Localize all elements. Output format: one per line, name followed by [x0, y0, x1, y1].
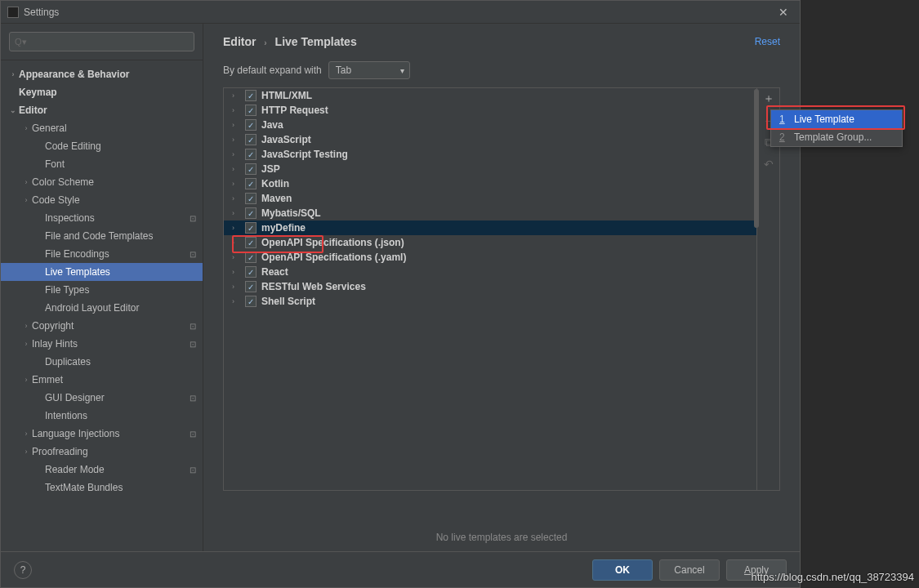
- sidebar-item-editor[interactable]: ⌄Editor: [1, 101, 203, 119]
- chevron-right-icon: ›: [264, 38, 266, 47]
- chevron-icon: ›: [20, 448, 32, 456]
- undo-icon[interactable]: ↶: [764, 158, 774, 171]
- sidebar-item-emmet[interactable]: ›Emmet: [1, 371, 203, 389]
- chevron-icon: ›: [20, 340, 32, 348]
- sidebar-item-color-scheme[interactable]: ›Color Scheme: [1, 173, 203, 191]
- checkbox[interactable]: ✓: [245, 207, 257, 219]
- checkbox[interactable]: ✓: [245, 90, 257, 101]
- chevron-right-icon: ›: [232, 106, 240, 114]
- chevron-right-icon: ›: [232, 268, 240, 276]
- chevron-right-icon: ›: [232, 297, 240, 305]
- template-group-kotlin[interactable]: ›✓Kotlin: [224, 176, 756, 191]
- sidebar-item-intentions[interactable]: Intentions: [1, 407, 203, 425]
- main-panel: Editor › Live Templates Reset By default…: [203, 24, 800, 551]
- sidebar-item-proofreading[interactable]: ›Proofreading: [1, 443, 203, 461]
- checkbox[interactable]: ✓: [245, 252, 257, 263]
- chevron-icon: ›: [20, 322, 32, 330]
- sidebar-item-language-injections[interactable]: ›Language Injections⊡: [1, 425, 203, 443]
- sidebar-item-duplicates[interactable]: Duplicates: [1, 353, 203, 371]
- context-item-template-group-[interactable]: 2Template Group...: [771, 128, 902, 146]
- expand-label: By default expand with: [223, 65, 322, 76]
- chevron-icon: ⌄: [7, 106, 19, 114]
- scrollbar-thumb[interactable]: [754, 89, 759, 228]
- checkbox[interactable]: ✓: [245, 237, 257, 248]
- template-list[interactable]: ›✓HTML/XML›✓HTTP Request›✓Java›✓JavaScri…: [224, 88, 756, 490]
- chevron-right-icon: ›: [232, 150, 240, 158]
- cancel-button[interactable]: Cancel: [659, 559, 720, 581]
- template-group-openapi-specifications-json-[interactable]: ›✓OpenAPI Specifications (.json): [224, 235, 756, 250]
- template-group-shell-script[interactable]: ›✓Shell Script: [224, 294, 756, 309]
- sidebar-item-inlay-hints[interactable]: ›Inlay Hints⊡: [1, 335, 203, 353]
- template-group-maven[interactable]: ›✓Maven: [224, 191, 756, 206]
- template-group-java[interactable]: ›✓Java: [224, 118, 756, 132]
- dialog-footer: ? OK Cancel Apply: [1, 551, 800, 587]
- scope-badge-icon: ⊡: [190, 250, 196, 259]
- checkbox[interactable]: ✓: [245, 178, 257, 189]
- settings-tree[interactable]: ›Appearance & BehaviorKeymap⌄Editor›Gene…: [1, 60, 203, 501]
- chevron-icon: ›: [20, 124, 32, 132]
- reset-link[interactable]: Reset: [755, 36, 780, 47]
- template-group-javascript[interactable]: ›✓JavaScript: [224, 132, 756, 147]
- close-icon[interactable]: ✕: [774, 4, 793, 20]
- scope-badge-icon: ⊡: [190, 214, 196, 223]
- sidebar-item-code-style[interactable]: ›Code Style: [1, 191, 203, 209]
- template-list-area: ›✓HTML/XML›✓HTTP Request›✓Java›✓JavaScri…: [223, 87, 780, 491]
- sidebar-item-file-types[interactable]: File Types: [1, 281, 203, 299]
- scope-badge-icon: ⊡: [190, 322, 196, 331]
- sidebar-item-font[interactable]: Font: [1, 155, 203, 173]
- checkbox[interactable]: ✓: [245, 222, 257, 234]
- template-group-javascript-testing[interactable]: ›✓JavaScript Testing: [224, 147, 756, 162]
- sidebar-item-general[interactable]: ›General: [1, 119, 203, 137]
- help-button[interactable]: ?: [14, 561, 32, 579]
- chevron-right-icon: ›: [232, 180, 240, 188]
- template-group-react[interactable]: ›✓React: [224, 265, 756, 279]
- template-group-openapi-specifications-yaml-[interactable]: ›✓OpenAPI Specifications (.yaml): [224, 250, 756, 265]
- sidebar-item-appearance-behavior[interactable]: ›Appearance & Behavior: [1, 65, 203, 83]
- chevron-icon: ›: [20, 178, 32, 186]
- template-group-restful-web-services[interactable]: ›✓RESTful Web Services: [224, 279, 756, 294]
- checkbox[interactable]: ✓: [245, 266, 257, 278]
- template-group-mydefine[interactable]: ›✓myDefine: [224, 220, 756, 235]
- template-group-html-xml[interactable]: ›✓HTML/XML: [224, 88, 756, 103]
- checkbox[interactable]: ✓: [245, 163, 257, 175]
- chevron-icon: ›: [20, 430, 32, 438]
- checkbox[interactable]: ✓: [245, 296, 257, 307]
- sidebar-item-keymap[interactable]: Keymap: [1, 83, 203, 101]
- checkbox[interactable]: ✓: [245, 134, 257, 145]
- expand-with-dropdown[interactable]: Tab: [328, 61, 410, 79]
- sidebar-item-reader-mode[interactable]: Reader Mode⊡: [1, 461, 203, 479]
- sidebar-item-copyright[interactable]: ›Copyright⊡: [1, 317, 203, 335]
- sidebar-item-inspections[interactable]: Inspections⊡: [1, 209, 203, 227]
- context-item-live-template[interactable]: 1Live Template: [771, 110, 902, 128]
- chevron-right-icon: ›: [232, 165, 240, 173]
- app-icon: [7, 7, 19, 18]
- watermark: https://blog.csdn.net/qq_38723394: [752, 571, 915, 583]
- sidebar-item-android-layout-editor[interactable]: Android Layout Editor: [1, 299, 203, 317]
- checkbox[interactable]: ✓: [245, 105, 257, 116]
- template-group-http-request[interactable]: ›✓HTTP Request: [224, 103, 756, 118]
- sidebar: ›Appearance & BehaviorKeymap⌄Editor›Gene…: [1, 24, 203, 551]
- ok-button[interactable]: OK: [592, 559, 653, 581]
- checkbox[interactable]: ✓: [245, 119, 257, 131]
- scope-badge-icon: ⊡: [190, 466, 196, 474]
- chevron-right-icon: ›: [232, 194, 240, 203]
- template-group-mybatis-sql[interactable]: ›✓Mybatis/SQL: [224, 206, 756, 220]
- template-group-jsp[interactable]: ›✓JSP: [224, 162, 756, 176]
- chevron-right-icon: ›: [232, 238, 240, 247]
- checkbox[interactable]: ✓: [245, 149, 257, 160]
- checkbox[interactable]: ✓: [245, 193, 257, 204]
- sidebar-item-file-and-code-templates[interactable]: File and Code Templates: [1, 227, 203, 245]
- chevron-icon: ›: [7, 70, 19, 78]
- sidebar-item-code-editing[interactable]: Code Editing: [1, 137, 203, 155]
- chevron-icon: ›: [20, 376, 32, 384]
- sidebar-item-textmate-bundles[interactable]: TextMate Bundles: [1, 479, 203, 497]
- checkbox[interactable]: ✓: [245, 281, 257, 292]
- add-context-menu[interactable]: 1Live Template2Template Group...: [770, 109, 903, 147]
- add-icon[interactable]: ＋: [763, 91, 774, 106]
- sidebar-item-gui-designer[interactable]: GUI Designer⊡: [1, 389, 203, 407]
- chevron-right-icon: ›: [232, 91, 240, 100]
- titlebar: Settings ✕: [1, 1, 800, 24]
- sidebar-item-file-encodings[interactable]: File Encodings⊡: [1, 245, 203, 263]
- search-input[interactable]: [9, 32, 194, 51]
- sidebar-item-live-templates[interactable]: Live Templates: [1, 263, 203, 281]
